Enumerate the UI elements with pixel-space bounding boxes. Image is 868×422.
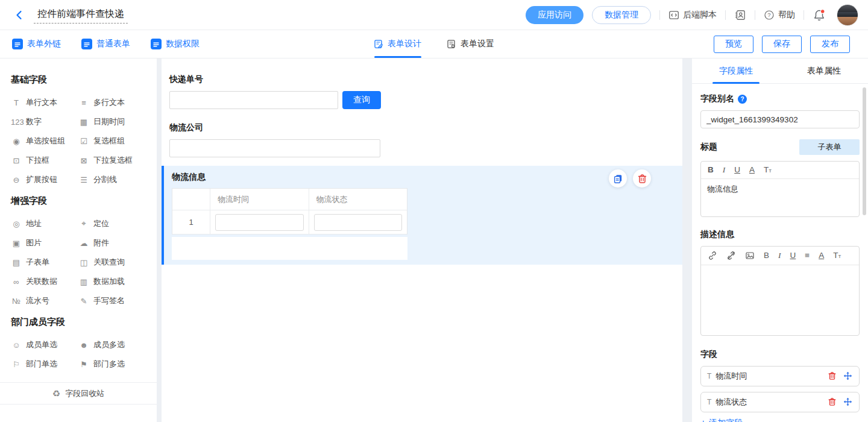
avatar[interactable] — [837, 4, 858, 26]
palette-item[interactable]: ▥ 数据加载 — [78, 272, 146, 291]
toolbar-icon[interactable]: B — [708, 166, 714, 174]
palette-item[interactable]: ▤ 子表单 — [11, 253, 78, 272]
palette-item[interactable]: ⊖ 扩展按钮 — [11, 170, 78, 189]
palette-item[interactable]: ◎ 地址 — [11, 214, 78, 233]
palette-item[interactable]: ∞ 关联数据 — [11, 272, 78, 291]
toolbar-link[interactable]: 普通表单 — [81, 39, 130, 49]
move-field-icon[interactable] — [843, 371, 853, 381]
form-tabs: 表单设计 表单设置 — [374, 30, 494, 58]
delete-field-icon[interactable] — [828, 371, 837, 381]
palette-item[interactable]: ▦ 日期时间 — [78, 112, 146, 131]
field-recycle-bin[interactable]: ♻ 字段回收站 — [0, 383, 157, 405]
desc-editor-content[interactable] — [701, 265, 859, 335]
widget-type-tag[interactable]: 子表单 — [799, 139, 860, 155]
palette-item[interactable]: T 单行文本 — [11, 93, 78, 112]
toolbar-link[interactable]: 表单外链 — [12, 39, 61, 49]
palette-item[interactable]: ⊠ 下拉复选框 — [78, 151, 146, 170]
express-no-input[interactable] — [169, 91, 338, 109]
toolbar-icon[interactable]: U — [734, 166, 740, 174]
query-button[interactable]: 查询 — [342, 91, 381, 109]
recycle-icon: ♻ — [52, 388, 60, 399]
toolbar-link[interactable]: 数据权限 — [151, 39, 200, 49]
palette-item[interactable]: ◫ 关联查询 — [78, 253, 146, 272]
palette-item-icon: ⚐ — [11, 360, 22, 369]
delete-field-icon[interactable] — [828, 397, 837, 407]
title-label: 标题 — [700, 142, 717, 153]
toolbar-icon[interactable]: T — [764, 166, 772, 174]
toolbar-icon[interactable]: B — [764, 251, 769, 260]
form-title[interactable]: 控件前端事件查快递 — [34, 7, 128, 24]
unlink-icon[interactable] — [726, 251, 736, 260]
action-button[interactable]: 发布 — [810, 36, 850, 53]
subform-cell-input-time[interactable] — [215, 214, 304, 231]
logistics-company-input[interactable] — [169, 139, 380, 157]
contacts-icon[interactable] — [734, 9, 746, 21]
subform-widget-selected[interactable]: 物流信息 物流时间 物流状态 1 — [162, 166, 682, 265]
tab-form-settings-label: 表单设置 — [461, 39, 494, 49]
fields-label: 字段 — [700, 349, 860, 360]
image-icon[interactable] — [745, 251, 755, 260]
palette-item-icon: ▣ — [11, 239, 22, 248]
palette-item[interactable]: № 流水号 — [11, 291, 78, 310]
palette-item[interactable]: ◉ 单选按钮组 — [11, 131, 78, 151]
palette-section-title: 部门成员字段 — [11, 316, 146, 328]
palette-item[interactable]: ≡ 多行文本 — [78, 93, 146, 112]
panel-scrollbar[interactable] — [863, 87, 866, 215]
palette-item[interactable]: ⚑ 部门多选 — [78, 354, 146, 374]
move-field-icon[interactable] — [843, 397, 853, 407]
palette-item-label: 下拉框 — [26, 155, 49, 166]
toolbar-icon[interactable]: T — [833, 251, 841, 260]
link-icon[interactable] — [708, 251, 717, 260]
tab-form-settings[interactable]: 表单设置 — [447, 30, 494, 58]
tab-field-properties[interactable]: 字段属性 — [692, 58, 780, 83]
subfield-item-label: 物流时间 — [715, 371, 747, 382]
palette-item[interactable]: 123 数字 — [11, 112, 78, 131]
toolbar-icon[interactable]: ≡ — [805, 251, 810, 260]
app-access-button[interactable]: 应用访问 — [526, 6, 583, 24]
toolbar-link-label: 表单外链 — [27, 39, 61, 49]
toolbar-icon[interactable]: U — [790, 251, 796, 260]
subform-data-row: 1 — [172, 210, 407, 235]
title-editor-content[interactable]: 物流信息 — [701, 179, 859, 216]
palette-item[interactable]: ☻ 成员多选 — [78, 335, 146, 354]
tab-form-design[interactable]: 表单设计 — [374, 30, 421, 58]
action-button[interactable]: 预览 — [714, 36, 753, 53]
toolbar-icon[interactable]: A — [749, 166, 755, 174]
palette-item-label: 分割线 — [93, 174, 117, 185]
toolbar-icon[interactable]: I — [723, 166, 726, 174]
palette-item-icon: ⊡ — [11, 156, 22, 165]
data-manage-button[interactable]: 数据管理 — [592, 6, 651, 24]
palette-item-icon: ⌖ — [78, 219, 89, 228]
desc-label: 描述信息 — [700, 229, 860, 240]
copy-icon[interactable] — [609, 169, 627, 187]
palette-item[interactable]: ⌖ 定位 — [78, 214, 146, 233]
field-palette: 基础字段 T 单行文本 ≡ 多行文本 123 数字 — [0, 58, 157, 422]
bell-icon[interactable] — [813, 8, 826, 22]
palette-item[interactable]: ⚐ 部门单选 — [11, 354, 78, 374]
palette-item[interactable]: ☰ 分割线 — [78, 170, 146, 189]
desc-editor-toolbar: BIU≡AT — [701, 247, 859, 265]
palette-item[interactable]: ☁ 附件 — [78, 233, 146, 253]
palette-grid: T 单行文本 ≡ 多行文本 123 数字 ▦ — [11, 93, 146, 189]
palette-item[interactable]: ✎ 手写签名 — [78, 291, 146, 310]
alias-input[interactable] — [700, 110, 860, 128]
toolbar-icon[interactable]: I — [778, 251, 781, 260]
palette-item[interactable]: ☺ 成员单选 — [11, 335, 78, 354]
delete-icon[interactable] — [633, 169, 651, 187]
palette-item-label: 日期时间 — [93, 116, 125, 127]
subfield-item[interactable]: T 物流时间 — [700, 366, 860, 386]
add-field-button[interactable]: + 添加字段 — [700, 418, 860, 422]
palette-item[interactable]: ▣ 图片 — [11, 233, 78, 253]
action-button[interactable]: 保存 — [762, 36, 802, 53]
backend-script-button[interactable]: 后端脚本 — [668, 10, 717, 20]
help-button[interactable]: ? 帮助 — [764, 10, 795, 20]
palette-item[interactable]: ⊡ 下拉框 — [11, 151, 78, 170]
alias-help-icon[interactable]: ? — [738, 95, 747, 104]
toolbar-icon[interactable]: A — [819, 251, 824, 260]
subform-cell-input-status[interactable] — [314, 214, 403, 231]
back-icon[interactable] — [12, 8, 27, 22]
tab-form-properties[interactable]: 表单属性 — [780, 58, 868, 83]
subfield-item[interactable]: T 物流状态 — [700, 392, 860, 412]
palette-item[interactable]: ☑ 复选框组 — [78, 131, 146, 151]
subfield-item-label: 物流状态 — [715, 397, 747, 408]
